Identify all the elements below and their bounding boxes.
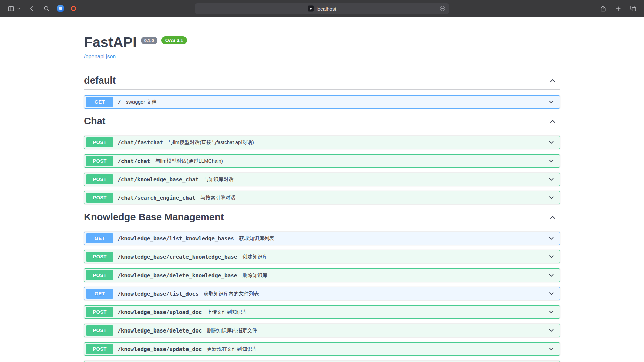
collapse-section-button[interactable] [545, 117, 560, 125]
operation-row[interactable]: GET/knowledge_base/list_knowledge_bases获… [84, 232, 560, 245]
operation-description: 获取知识库列表 [239, 235, 274, 242]
swagger-page: FastAPI 0.1.0 OAS 3.1 /openapi.json defa… [0, 17, 644, 362]
operation-path: /knowledge_base/delete_knowledge_base [118, 272, 237, 279]
operation-path: /chat/search_engine_chat [118, 195, 195, 201]
collapse-section-button[interactable] [545, 77, 560, 85]
operation-path: /knowledge_base/create_knowledge_base [118, 254, 237, 260]
chevron-down-icon [548, 253, 555, 260]
extension-blue-button[interactable] [57, 5, 64, 12]
share-icon [600, 5, 607, 12]
operation-description: 获取知识库内的文件列表 [204, 291, 259, 297]
tabs-overview-button[interactable] [629, 4, 637, 13]
collapse-section-button[interactable] [545, 213, 560, 221]
method-badge: POST [86, 270, 113, 280]
chevron-down-icon [548, 345, 555, 353]
expand-operation-button[interactable] [544, 176, 558, 183]
sidebar-toggle-button[interactable] [7, 4, 15, 13]
operation-row[interactable]: POST/chat/knowledge_base_chat与知识库对话 [84, 173, 560, 186]
chevron-down-icon [548, 98, 555, 106]
record-button[interactable] [70, 5, 77, 12]
chevron-down-icon [548, 272, 555, 279]
record-icon [71, 6, 76, 11]
more-circle-icon [439, 5, 446, 12]
expand-operation-button[interactable] [544, 290, 558, 297]
lightning-icon [309, 7, 313, 10]
version-badge: 0.1.0 [141, 37, 157, 44]
api-sections: defaultGET/swagger 文档ChatPOST/chat/fastc… [84, 73, 560, 362]
extension-blue-icon [57, 5, 64, 12]
expand-operation-button[interactable] [544, 98, 558, 106]
method-badge: POST [86, 344, 113, 354]
api-section: defaultGET/swagger 文档 [84, 73, 560, 109]
operation-path: /chat/knowledge_base_chat [118, 176, 199, 183]
operation-path: /knowledge_base/list_docs [118, 291, 199, 297]
operation-description: 创建知识库 [242, 254, 267, 260]
method-badge: POST [86, 156, 113, 166]
section-header[interactable]: Knowledge Base Management [84, 209, 560, 226]
expand-operation-button[interactable] [544, 345, 558, 353]
back-button[interactable] [28, 4, 36, 13]
chevron-down-icon [548, 235, 555, 242]
operation-row[interactable]: GET/knowledge_base/list_docs获取知识库内的文件列表 [84, 287, 560, 300]
operation-path: /knowledge_base/upload_doc [118, 309, 202, 315]
sidebar-icon [7, 5, 15, 12]
section-title: default [84, 75, 116, 86]
search-icon [43, 5, 50, 12]
operation-description: 上传文件到知识库 [207, 309, 247, 315]
chevron-up-icon [549, 117, 557, 125]
operation-row[interactable]: POST/chat/chat与llm模型对话(通过LLMChain) [84, 154, 560, 168]
operation-row[interactable]: POST/chat/fastchat与llm模型对话(直接与fastchat a… [84, 136, 560, 149]
tabs-overview-icon [630, 5, 637, 12]
section-header[interactable]: default [84, 73, 560, 90]
openapi-spec-link[interactable]: /openapi.json [84, 54, 116, 60]
operation-row[interactable]: POST/knowledge_base/create_knowledge_bas… [84, 250, 560, 263]
expand-operation-button[interactable] [544, 272, 558, 279]
operation-row[interactable]: POST/chat/search_engine_chat与搜索引擎对话 [84, 191, 560, 204]
expand-operation-button[interactable] [544, 327, 558, 334]
operation-row[interactable]: POST/knowledge_base/update_doc更新现有文件到知识库 [84, 342, 560, 356]
expand-operation-button[interactable] [544, 139, 558, 146]
sidebar-menu-chevron[interactable] [16, 6, 21, 11]
chevron-down-icon [548, 290, 555, 297]
operation-row[interactable]: POST/knowledge_base/recreate_vector_stor… [84, 361, 560, 362]
operation-row[interactable]: POST/knowledge_base/upload_doc上传文件到知识库 [84, 305, 560, 319]
operation-path: /chat/chat [118, 158, 150, 164]
method-badge: POST [86, 193, 113, 203]
address-bar[interactable]: localhost [195, 3, 449, 14]
operation-path: / [118, 99, 121, 105]
expand-operation-button[interactable] [544, 194, 558, 201]
operation-description: 与llm模型对话(直接与fastchat api对话) [168, 139, 254, 146]
method-badge: GET [86, 289, 113, 299]
expand-operation-button[interactable] [544, 235, 558, 242]
method-badge: POST [86, 252, 113, 262]
section-header[interactable]: Chat [84, 114, 560, 130]
page-title: FastAPI [84, 34, 137, 50]
back-icon [28, 5, 36, 12]
operation-list: POST/chat/fastchat与llm模型对话(直接与fastchat a… [84, 136, 560, 204]
page-options-button[interactable] [439, 5, 446, 12]
api-section: ChatPOST/chat/fastchat与llm模型对话(直接与fastch… [84, 114, 560, 204]
expand-operation-button[interactable] [544, 308, 558, 316]
operation-row[interactable]: POST/knowledge_base/delete_doc删除知识库内指定文件 [84, 324, 560, 337]
operation-list: GET/swagger 文档 [84, 95, 560, 109]
chevron-down-icon [548, 194, 555, 201]
chevron-down-icon [17, 7, 21, 11]
operation-description: 与搜索引擎对话 [200, 195, 235, 201]
section-title: Chat [84, 116, 105, 127]
expand-operation-button[interactable] [544, 253, 558, 260]
oas-badge: OAS 3.1 [161, 36, 187, 44]
operation-description: 与知识库对话 [204, 176, 234, 183]
method-badge: POST [86, 307, 113, 317]
operation-description: 删除知识库内指定文件 [207, 327, 257, 334]
expand-operation-button[interactable] [544, 157, 558, 165]
operation-path: /knowledge_base/list_knowledge_bases [118, 235, 234, 242]
share-button[interactable] [599, 4, 607, 13]
chevron-down-icon [548, 327, 555, 334]
operation-row[interactable]: POST/knowledge_base/delete_knowledge_bas… [84, 268, 560, 282]
new-tab-button[interactable] [614, 5, 622, 13]
method-badge: GET [86, 233, 113, 243]
operation-description: 删除知识库 [242, 272, 267, 279]
operation-row[interactable]: GET/swagger 文档 [84, 95, 560, 109]
site-favicon [308, 6, 314, 12]
search-button[interactable] [42, 4, 51, 13]
